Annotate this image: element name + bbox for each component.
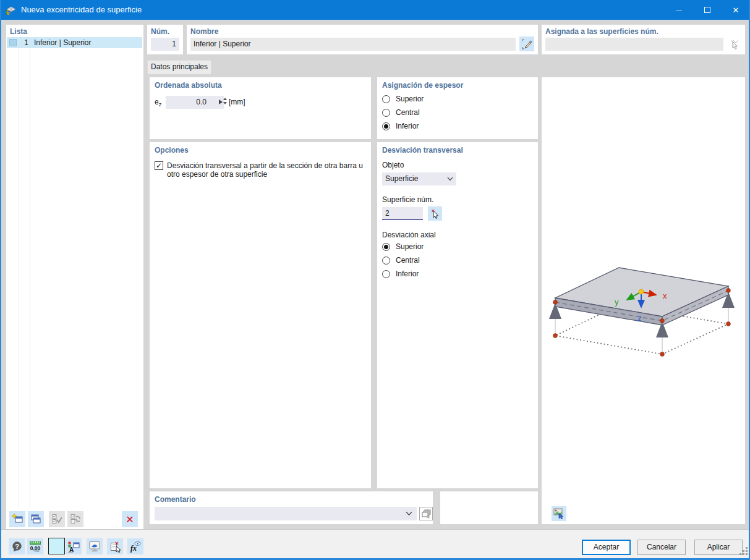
unassign-button[interactable]: ✕: [107, 538, 123, 554]
swap-check-icon: [70, 514, 81, 525]
cancel-button[interactable]: Cancelar: [637, 540, 686, 555]
axis-x-label: x: [663, 291, 667, 300]
select-all-button: [49, 511, 65, 527]
maximize-button[interactable]: [693, 0, 722, 20]
radio-icon-selected: [382, 122, 390, 130]
comment-templates-button[interactable]: [419, 507, 433, 520]
pick-cursor-disabled-icon: [730, 39, 739, 50]
window-border: [0, 0, 1, 560]
options-panel: Opciones ✓ Desviación transversal a part…: [150, 142, 371, 488]
units-settings-button[interactable]: 0,00: [27, 538, 43, 554]
svg-text:6: 6: [6, 9, 10, 16]
help-button[interactable]: ?: [9, 538, 25, 554]
help-icon: ?: [11, 541, 23, 553]
minimize-button[interactable]: [665, 0, 693, 20]
ez-input[interactable]: 0.0: [166, 96, 224, 109]
chevron-down-icon[interactable]: [406, 511, 412, 516]
title-bar: 6 Nueva excentricidad de superficie ✕: [0, 0, 750, 20]
comment-panel: Comentario: [150, 491, 433, 524]
delete-assignment-icon: ✕: [109, 541, 121, 553]
comment-header: Comentario: [155, 495, 196, 504]
thickness-assignment-header: Asignación de espesor: [382, 81, 463, 90]
surface-pick-button[interactable]: ✕: [428, 206, 442, 221]
object-label: Objeto: [382, 161, 404, 169]
delete-item-button[interactable]: ✕: [122, 511, 138, 527]
axis-z-label: z: [637, 313, 642, 323]
radio-espesor-inferior[interactable]: Inferior: [382, 121, 419, 131]
new-item-button[interactable]: [9, 511, 25, 527]
check-all-icon: [51, 514, 62, 525]
formula-button[interactable]: fx: [127, 538, 143, 554]
copy-icon: [30, 514, 41, 525]
assigned-surfaces-field[interactable]: [545, 38, 723, 51]
ez-unit: [mm]: [229, 98, 245, 106]
minimize-icon: [676, 10, 682, 11]
radio-espesor-central[interactable]: Central: [382, 108, 420, 117]
svg-text:A: A: [69, 546, 74, 553]
assigned-label: Asignada a las superficies núm.: [545, 27, 658, 36]
name-label: Nombre: [190, 27, 218, 36]
number-field[interactable]: 1: [151, 38, 179, 51]
radio-axial-superior[interactable]: Superior: [382, 242, 424, 252]
close-icon: ✕: [733, 6, 739, 14]
svg-text:fx: fx: [130, 543, 137, 552]
comment-combobox[interactable]: [155, 507, 417, 520]
list-item[interactable]: 1 Inferior | Superior: [7, 37, 142, 48]
spacer-panel: [440, 491, 538, 524]
spinner-up-icon: [223, 98, 227, 100]
surface-number-input[interactable]: 2: [382, 207, 423, 220]
edit-name-button[interactable]: [519, 36, 534, 51]
surface-number-label: Superficie núm.: [382, 195, 433, 204]
radio-icon: [382, 95, 390, 103]
tab-datos-principales[interactable]: Datos principales: [147, 60, 211, 74]
rendering-button[interactable]: [87, 538, 103, 554]
list-column-divider: [30, 37, 30, 509]
delete-icon: ✕: [126, 514, 134, 525]
apply-button[interactable]: Aplicar: [694, 540, 743, 555]
radio-label: Central: [396, 108, 420, 117]
new-window-icon: [12, 514, 23, 525]
pick-cursor-icon: ✕: [430, 208, 440, 219]
accept-button[interactable]: Aceptar: [582, 540, 631, 555]
radio-icon-selected: [382, 243, 390, 251]
preview-panel: x y z: [542, 77, 745, 524]
transverse-offset-header: Desviación transversal: [382, 146, 463, 155]
background-color-button[interactable]: [48, 538, 65, 554]
ez-detail-arrow[interactable]: [219, 100, 223, 104]
dialog-window: 6 Nueva excentricidad de superficie ✕ Li…: [0, 0, 750, 560]
svg-text:0,00: 0,00: [30, 545, 41, 551]
ez-spinner[interactable]: [223, 98, 227, 104]
list-header: Lista: [10, 27, 27, 36]
radio-icon: [382, 257, 390, 265]
surface-eccentricity-diagram: x y z: [542, 77, 745, 524]
resize-grip[interactable]: [746, 553, 748, 555]
svg-text:✕: ✕: [114, 541, 119, 546]
close-button[interactable]: ✕: [722, 0, 750, 20]
radio-label: Superior: [396, 242, 424, 251]
name-field[interactable]: Inferior | Superior: [190, 38, 516, 51]
ez-label: ez: [155, 98, 161, 108]
display-properties-button[interactable]: A: [66, 538, 82, 554]
maximize-icon: [704, 7, 710, 13]
thickness-assignment-panel: Asignación de espesor Superior Central I…: [377, 77, 538, 139]
radio-axial-central[interactable]: Central: [382, 255, 420, 265]
spinner-down-icon: [223, 102, 227, 104]
stacked-pages-icon: [422, 509, 431, 519]
copy-item-button[interactable]: [28, 511, 44, 527]
radio-axial-inferior[interactable]: Inferior: [382, 269, 419, 279]
chevron-down-icon: [447, 177, 453, 181]
name-panel: Nombre Inferior | Superior: [187, 25, 538, 54]
preview-display-button[interactable]: [552, 506, 566, 521]
window-title: Nueva excentricidad de superficie: [21, 5, 142, 14]
radio-espesor-superior[interactable]: Superior: [382, 94, 424, 104]
list-item-label: Inferior | Superior: [34, 38, 92, 47]
axis-y-label: y: [615, 297, 619, 307]
list-panel: Lista 1 Inferior | Superior: [6, 25, 143, 529]
assigned-panel: Asignada a las superficies núm.: [542, 25, 745, 54]
edit-pencil-icon: [522, 39, 532, 49]
assigned-pick-button: [727, 37, 742, 52]
transverse-offset-checkbox[interactable]: ✓: [155, 161, 163, 170]
radio-label: Superior: [396, 95, 424, 103]
fx-icon: fx: [129, 541, 142, 553]
object-dropdown[interactable]: Superficie: [382, 172, 456, 185]
